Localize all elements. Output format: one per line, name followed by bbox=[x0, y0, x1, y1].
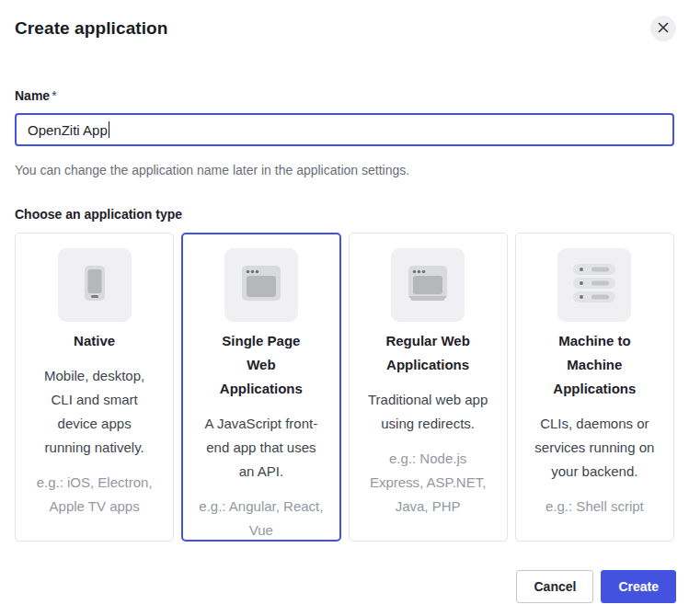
application-type-cards: Native Mobile, desktop, CLI and smart de… bbox=[15, 233, 674, 542]
card-regular-web[interactable]: Regular Web Applications Traditional web… bbox=[349, 233, 508, 542]
card-description: Traditional web app using redirects. bbox=[366, 388, 489, 436]
server-stack-icon bbox=[572, 261, 616, 309]
create-button[interactable]: Create bbox=[601, 570, 676, 603]
native-icon-tile bbox=[58, 248, 132, 322]
name-label: Name* bbox=[15, 88, 674, 103]
application-name-input[interactable]: OpenZiti App bbox=[15, 113, 674, 146]
text-caret bbox=[109, 121, 109, 138]
mobile-phone-icon bbox=[73, 261, 117, 309]
card-description: Mobile, desktop, CLI and smart device ap… bbox=[33, 364, 156, 460]
name-label-text: Name bbox=[15, 88, 50, 103]
spa-icon-tile bbox=[224, 248, 298, 322]
close-button[interactable] bbox=[650, 16, 676, 41]
regular-web-icon-tile bbox=[391, 248, 465, 322]
card-description: A JavaScript front-end app that uses an … bbox=[200, 412, 323, 484]
m2m-icon-tile bbox=[557, 248, 631, 322]
card-native[interactable]: Native Mobile, desktop, CLI and smart de… bbox=[15, 233, 174, 542]
card-examples: e.g.: iOS, Electron, Apple TV apps bbox=[30, 471, 159, 519]
dialog-title: Create application bbox=[15, 0, 674, 39]
application-name-value: OpenZiti App bbox=[28, 122, 108, 138]
required-marker: * bbox=[52, 88, 56, 103]
close-icon bbox=[658, 22, 669, 35]
browser-window-base-icon bbox=[406, 261, 450, 309]
cancel-button[interactable]: Cancel bbox=[516, 570, 593, 603]
browser-window-icon bbox=[239, 261, 283, 309]
card-examples: e.g.: Node.js Express, ASP.NET, Java, PH… bbox=[363, 447, 492, 519]
dialog-footer: Cancel Create bbox=[516, 570, 676, 603]
name-helper-text: You can change the application name late… bbox=[15, 163, 674, 177]
application-type-label: Choose an application type bbox=[15, 207, 674, 222]
card-examples: e.g.: Shell script bbox=[530, 495, 659, 519]
create-application-dialog: Create application Name* OpenZiti App Yo… bbox=[0, 0, 689, 616]
card-title: Native bbox=[40, 329, 150, 353]
card-single-page-web[interactable]: Single Page Web Applications A JavaScrip… bbox=[181, 233, 340, 542]
card-title: Machine to Machine Applications bbox=[539, 329, 649, 401]
card-examples: e.g.: Angular, React, Vue bbox=[197, 495, 326, 542]
card-title: Single Page Web Applications bbox=[206, 329, 316, 401]
card-description: CLIs, daemons or services running on you… bbox=[533, 412, 656, 484]
card-title: Regular Web Applications bbox=[373, 329, 483, 377]
card-machine-to-machine[interactable]: Machine to Machine Applications CLIs, da… bbox=[515, 233, 674, 542]
